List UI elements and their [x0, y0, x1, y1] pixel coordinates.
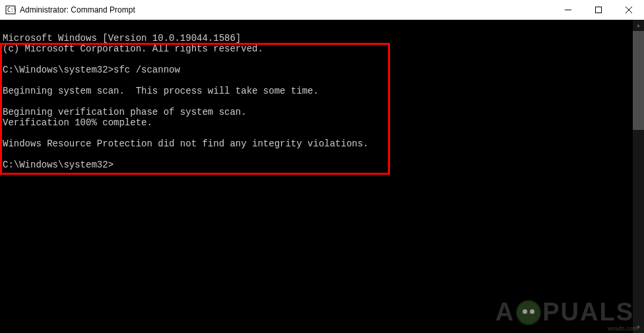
watermark-text: A	[496, 298, 515, 326]
terminal-line: Beginning verification phase of system s…	[3, 107, 247, 117]
titlebar[interactable]: C:\ Administrator: Command Prompt	[0, 0, 644, 20]
scroll-up-button[interactable]: ▲	[633, 20, 644, 31]
command-prompt-window: C:\ Administrator: Command Prompt Micros…	[0, 0, 644, 333]
terminal-line: Beginning system scan. This process will…	[3, 86, 319, 96]
terminal-output[interactable]: Microsoft Windows [Version 10.0.19044.15…	[0, 20, 644, 333]
close-button[interactable]	[614, 0, 644, 20]
terminal-prompt-line: C:\Windows\system32>	[3, 160, 113, 170]
vertical-scrollbar[interactable]: ▲ ▼	[633, 20, 644, 333]
cmd-icon: C:\	[5, 5, 16, 15]
window-controls	[553, 0, 644, 20]
terminal-line: (c) Microsoft Corporation. All rights re…	[3, 44, 263, 54]
watermark-text: PUALS	[542, 298, 634, 326]
watermark-face-icon	[516, 300, 541, 325]
watermark-credit: wssdn.com	[608, 325, 637, 332]
terminal-prompt-line: C:\Windows\system32>sfc /scannow	[3, 65, 180, 75]
svg-rect-3	[596, 7, 602, 13]
window-title: Administrator: Command Prompt	[20, 5, 553, 15]
watermark-logo: A PUALS	[496, 298, 634, 326]
svg-text:C:\: C:\	[7, 7, 16, 13]
scroll-thumb[interactable]	[633, 31, 644, 130]
terminal-line: Microsoft Windows [Version 10.0.19044.15…	[3, 33, 241, 44]
maximize-button[interactable]	[583, 0, 614, 20]
terminal-line: Verification 100% complete.	[3, 117, 152, 128]
terminal-line: Windows Resource Protection did not find…	[3, 138, 369, 149]
minimize-button[interactable]	[553, 0, 583, 20]
